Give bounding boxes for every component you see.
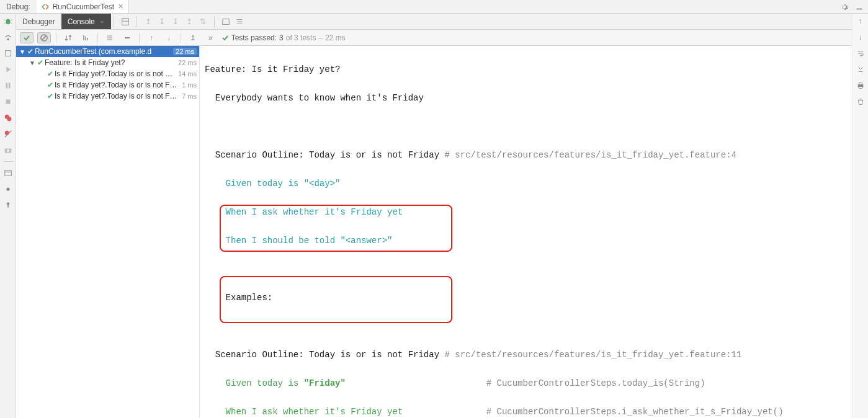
- show-ignored-button[interactable]: [37, 32, 51, 43]
- tests-dash: –: [318, 33, 323, 42]
- console-output[interactable]: Feature: Is it Friday yet? Everybody wan…: [200, 46, 852, 418]
- console-line: Scenario Outline: Today is or is not Fri…: [205, 148, 847, 162]
- tab-divider: [114, 16, 114, 27]
- tree-feature-time: 22 ms: [178, 59, 197, 66]
- prev-icon[interactable]: ↑: [145, 32, 158, 43]
- check-icon: ✔: [36, 58, 45, 67]
- minimize-icon[interactable]: [854, 2, 864, 12]
- debug-label: Debug:: [0, 2, 37, 11]
- tab-debugger[interactable]: Debugger: [16, 14, 61, 29]
- close-icon[interactable]: ✕: [118, 2, 123, 11]
- up-arrow-icon[interactable]: ↑: [856, 16, 866, 26]
- threads-icon[interactable]: [235, 17, 244, 27]
- step-over-icon[interactable]: [3, 32, 13, 42]
- console-line: Everybody wants to know when it's Friday: [205, 91, 847, 105]
- console-line: When I ask whether it's Friday yet # Cuc…: [205, 405, 847, 418]
- sort-icon[interactable]: [61, 32, 75, 43]
- scroll-to-end-icon[interactable]: [856, 64, 866, 74]
- gear-icon[interactable]: [839, 2, 849, 12]
- up-icon[interactable]: ↥: [143, 17, 153, 27]
- debug-topbar: Debug: RunCucumberTest ✕: [0, 0, 868, 14]
- tests-of: of 3 tests: [286, 33, 316, 42]
- svg-rect-17: [4, 171, 11, 176]
- check-icon: [221, 34, 229, 42]
- tree-test[interactable]: ✔ Is it Friday yet?.Today is or is not F…: [16, 79, 199, 91]
- svg-rect-28: [859, 83, 862, 85]
- tab-console[interactable]: Console →: [61, 14, 111, 29]
- tree-test[interactable]: ✔ Is it Friday yet?.Today is or is not F…: [16, 68, 199, 79]
- test-tree[interactable]: ▼ ✔ RunCucumberTest (com.example.d 22 ms…: [16, 46, 200, 418]
- separator: [97, 33, 98, 43]
- check-icon: ✔: [46, 81, 55, 89]
- bug-icon[interactable]: [3, 16, 13, 26]
- sort2-icon[interactable]: [79, 32, 92, 43]
- svg-rect-21: [223, 19, 230, 24]
- trash-icon[interactable]: [856, 97, 866, 107]
- console-line: [205, 120, 847, 134]
- pause-icon[interactable]: [3, 81, 13, 91]
- collapse-all-icon[interactable]: [120, 32, 134, 43]
- gear-icon[interactable]: [3, 184, 13, 194]
- evaluate-icon[interactable]: [221, 17, 231, 27]
- tree-feature[interactable]: ▼ ✔ Feature: Is it Friday yet? 22 ms: [16, 57, 199, 68]
- subtab-toolbar3: [217, 17, 248, 27]
- tests-duration: 22 ms: [325, 33, 346, 42]
- print-icon[interactable]: [856, 81, 866, 91]
- runconfig-name: RunCucumberTest: [53, 2, 114, 11]
- expand-all-icon[interactable]: [103, 32, 117, 43]
- svg-point-12: [7, 117, 11, 121]
- step-icon[interactable]: [3, 48, 13, 58]
- tree-test-time: 7 ms: [182, 92, 197, 100]
- arrow-right-icon: →: [99, 18, 105, 25]
- down-arrow-icon[interactable]: ↓: [856, 32, 866, 42]
- tree-test-name: Is it Friday yet?.Today is or is not Fri…: [55, 81, 179, 89]
- console-line: [205, 262, 847, 277]
- next-icon[interactable]: ↓: [162, 32, 176, 43]
- body-split: ▼ ✔ RunCucumberTest (com.example.d 22 ms…: [16, 46, 852, 418]
- svg-point-13: [4, 131, 9, 135]
- svg-point-1: [6, 19, 10, 25]
- down-icon[interactable]: ↧: [157, 17, 167, 27]
- svg-line-26: [42, 36, 46, 40]
- gutter-divider: [3, 161, 13, 162]
- export-icon[interactable]: [186, 32, 200, 43]
- up2-icon[interactable]: ↥: [184, 17, 194, 27]
- topbar-controls: [839, 2, 868, 12]
- chevrons-icon[interactable]: »: [204, 33, 218, 42]
- camera-icon[interactable]: [3, 145, 13, 155]
- stop-icon[interactable]: [3, 97, 13, 107]
- down2-icon[interactable]: ↧: [171, 17, 181, 27]
- check-icon: ✔: [46, 69, 55, 78]
- show-pass-button[interactable]: [20, 32, 34, 43]
- console-line: Feature: Is it Friday yet?: [205, 63, 847, 77]
- check-icon: ✔: [26, 47, 35, 56]
- console-line: [205, 319, 847, 334]
- tree-test[interactable]: ✔ Is it Friday yet?.Today is or is not F…: [16, 91, 199, 102]
- svg-point-6: [7, 38, 9, 41]
- test-toolbar: ↑ ↓ » Tests passed: 3 of 3 tests – 22 ms: [16, 30, 852, 46]
- wrap-icon[interactable]: [856, 48, 866, 58]
- tests-passed-prefix: Tests passed:: [231, 33, 277, 42]
- left-gutter: [0, 14, 16, 418]
- tab-divider: [136, 16, 137, 27]
- layout-icon[interactable]: [3, 168, 13, 178]
- console-line: Then I should be told "<answer>": [205, 234, 847, 248]
- svg-line-2: [4, 19, 5, 20]
- tree-root[interactable]: ▼ ✔ RunCucumberTest (com.example.d 22 ms: [16, 46, 199, 57]
- svg-rect-0: [857, 8, 862, 9]
- console-line: Scenario Outline: Today is or is not Fri…: [205, 348, 847, 362]
- tree-test-time: 1 ms: [182, 81, 197, 89]
- tree-root-name: RunCucumberTest (com.example.d: [35, 47, 171, 56]
- subtab-toolbar: [117, 17, 134, 27]
- runconfig-tab[interactable]: RunCucumberTest ✕: [37, 0, 129, 13]
- breakpoint-icon[interactable]: [3, 113, 13, 123]
- pin-icon[interactable]: [3, 200, 13, 210]
- mute-breakpoints-icon[interactable]: [3, 129, 13, 139]
- tree-test-time: 14 ms: [178, 70, 197, 78]
- console-line: Given today is "Friday" # CucumberContro…: [205, 376, 847, 391]
- frames-icon[interactable]: [120, 17, 130, 27]
- separator: [139, 33, 140, 43]
- filter-icon[interactable]: ⇅: [198, 17, 208, 27]
- svg-line-5: [11, 23, 12, 24]
- resume-icon[interactable]: [3, 64, 13, 74]
